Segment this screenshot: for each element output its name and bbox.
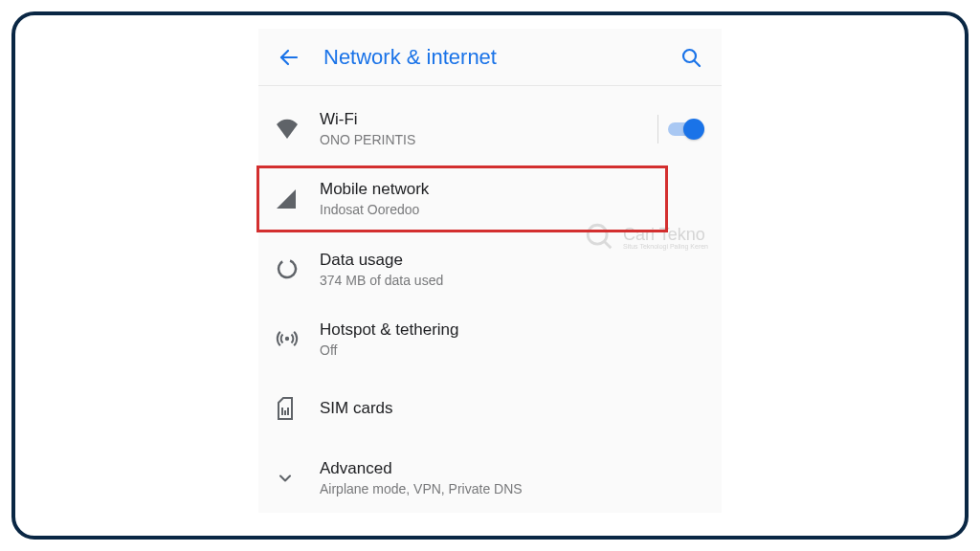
item-title: Data usage [320,250,704,271]
settings-list: Wi-Fi ONO PERINTIS [258,86,722,513]
cellular-signal-icon [276,188,297,209]
item-subtitle: Airplane mode, VPN, Private DNS [320,480,704,497]
app-bar: Network & internet [258,29,722,86]
item-subtitle: Off [320,342,704,359]
arrow-back-icon [278,46,301,69]
sim-card-icon [276,397,295,420]
item-title: Wi-Fi [320,109,657,130]
search-icon [679,46,702,69]
divider [657,115,658,143]
search-button[interactable] [678,44,704,71]
list-item-sim-cards[interactable]: SIM cards [258,374,722,443]
settings-panel: Network & internet Cari Tekno Situs Tekn… [258,29,722,513]
item-title: Mobile network [320,179,704,200]
list-item-advanced[interactable]: Advanced Airplane mode, VPN, Private DNS [258,443,722,513]
list-item-mobile-network[interactable]: Mobile network Indosat Ooredoo [258,164,722,233]
item-title: Hotspot & tethering [320,320,704,341]
wifi-switch[interactable] [668,119,704,140]
list-item-hotspot[interactable]: Hotspot & tethering Off [258,304,722,374]
wifi-icon [276,119,299,140]
item-title: Advanced [320,458,704,479]
item-title: SIM cards [320,398,704,419]
svg-point-6 [285,337,289,341]
hotspot-icon [276,327,299,350]
chevron-down-icon [276,469,295,488]
item-subtitle: 374 MB of data used [320,272,704,289]
item-subtitle: ONO PERINTIS [320,131,657,148]
list-item-data-usage[interactable]: Data usage 374 MB of data used [258,234,722,304]
data-usage-icon [276,257,299,280]
svg-point-5 [276,258,298,280]
item-subtitle: Indosat Ooredoo [320,201,704,218]
page-title: Network & internet [323,45,678,70]
svg-line-2 [694,60,700,66]
image-frame: Network & internet Cari Tekno Situs Tekn… [11,11,969,540]
list-item-wifi[interactable]: Wi-Fi ONO PERINTIS [258,94,722,164]
back-button[interactable] [276,44,302,71]
